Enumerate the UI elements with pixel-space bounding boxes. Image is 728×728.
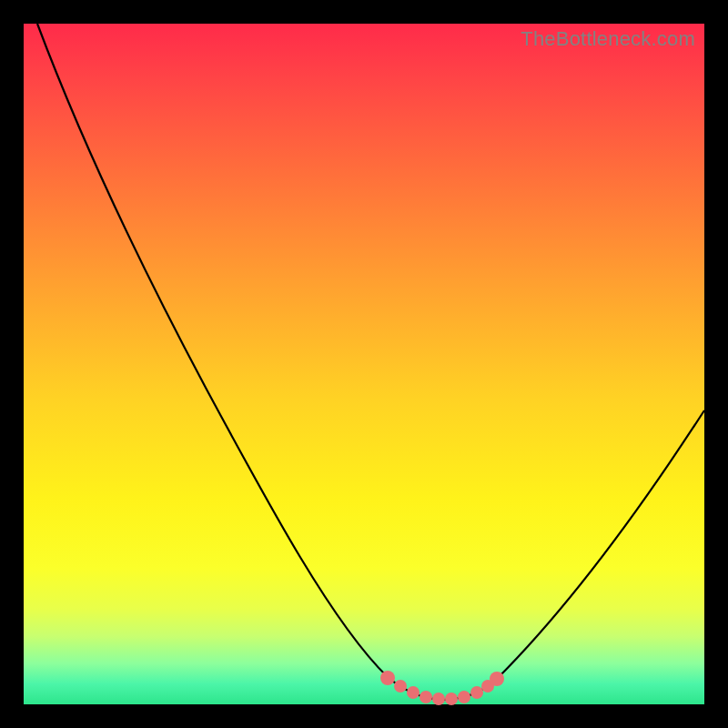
svg-point-2 (407, 686, 420, 699)
svg-point-3 (420, 691, 432, 703)
highlight-dots (380, 671, 504, 705)
chart-svg (24, 24, 704, 704)
svg-point-1 (394, 680, 407, 693)
chart-container: TheBottleneck.com (0, 0, 728, 728)
svg-point-4 (432, 693, 445, 705)
svg-point-6 (458, 691, 470, 703)
bottleneck-curve (37, 24, 704, 700)
plot-area: TheBottleneck.com (24, 24, 704, 704)
svg-point-5 (445, 693, 458, 705)
svg-point-7 (470, 686, 483, 699)
svg-point-9 (490, 672, 504, 686)
svg-point-0 (380, 671, 395, 685)
